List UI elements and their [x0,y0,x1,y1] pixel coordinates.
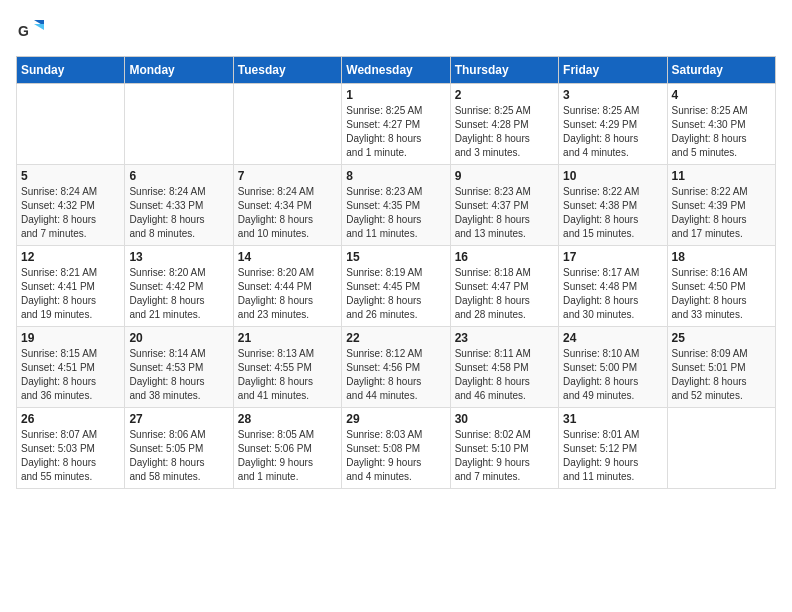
weekday-header: Tuesday [233,57,341,84]
calendar-cell: 7Sunrise: 8:24 AM Sunset: 4:34 PM Daylig… [233,165,341,246]
header: G [16,16,776,44]
calendar-week-row: 26Sunrise: 8:07 AM Sunset: 5:03 PM Dayli… [17,408,776,489]
weekday-header: Sunday [17,57,125,84]
day-info: Sunrise: 8:03 AM Sunset: 5:08 PM Dayligh… [346,428,445,484]
day-info: Sunrise: 8:17 AM Sunset: 4:48 PM Dayligh… [563,266,662,322]
calendar-cell: 27Sunrise: 8:06 AM Sunset: 5:05 PM Dayli… [125,408,233,489]
day-info: Sunrise: 8:23 AM Sunset: 4:35 PM Dayligh… [346,185,445,241]
calendar-cell [17,84,125,165]
calendar-cell: 17Sunrise: 8:17 AM Sunset: 4:48 PM Dayli… [559,246,667,327]
calendar-cell [125,84,233,165]
day-info: Sunrise: 8:19 AM Sunset: 4:45 PM Dayligh… [346,266,445,322]
calendar-cell: 19Sunrise: 8:15 AM Sunset: 4:51 PM Dayli… [17,327,125,408]
calendar-week-row: 5Sunrise: 8:24 AM Sunset: 4:32 PM Daylig… [17,165,776,246]
day-info: Sunrise: 8:25 AM Sunset: 4:27 PM Dayligh… [346,104,445,160]
day-number: 18 [672,250,771,264]
day-number: 17 [563,250,662,264]
day-info: Sunrise: 8:22 AM Sunset: 4:39 PM Dayligh… [672,185,771,241]
calendar-cell [667,408,775,489]
day-number: 15 [346,250,445,264]
day-number: 25 [672,331,771,345]
day-info: Sunrise: 8:16 AM Sunset: 4:50 PM Dayligh… [672,266,771,322]
calendar-cell: 15Sunrise: 8:19 AM Sunset: 4:45 PM Dayli… [342,246,450,327]
calendar-cell: 21Sunrise: 8:13 AM Sunset: 4:55 PM Dayli… [233,327,341,408]
day-info: Sunrise: 8:23 AM Sunset: 4:37 PM Dayligh… [455,185,554,241]
day-number: 20 [129,331,228,345]
day-info: Sunrise: 8:09 AM Sunset: 5:01 PM Dayligh… [672,347,771,403]
weekday-header: Friday [559,57,667,84]
calendar-cell: 26Sunrise: 8:07 AM Sunset: 5:03 PM Dayli… [17,408,125,489]
day-number: 10 [563,169,662,183]
calendar-cell: 14Sunrise: 8:20 AM Sunset: 4:44 PM Dayli… [233,246,341,327]
calendar-cell: 18Sunrise: 8:16 AM Sunset: 4:50 PM Dayli… [667,246,775,327]
day-number: 24 [563,331,662,345]
day-number: 11 [672,169,771,183]
calendar-cell: 3Sunrise: 8:25 AM Sunset: 4:29 PM Daylig… [559,84,667,165]
calendar-cell: 23Sunrise: 8:11 AM Sunset: 4:58 PM Dayli… [450,327,558,408]
calendar-cell: 5Sunrise: 8:24 AM Sunset: 4:32 PM Daylig… [17,165,125,246]
calendar-cell: 9Sunrise: 8:23 AM Sunset: 4:37 PM Daylig… [450,165,558,246]
day-info: Sunrise: 8:24 AM Sunset: 4:33 PM Dayligh… [129,185,228,241]
svg-marker-2 [34,24,44,30]
day-info: Sunrise: 8:25 AM Sunset: 4:30 PM Dayligh… [672,104,771,160]
day-number: 21 [238,331,337,345]
weekday-header: Wednesday [342,57,450,84]
logo: G [16,16,48,44]
calendar-cell: 2Sunrise: 8:25 AM Sunset: 4:28 PM Daylig… [450,84,558,165]
day-info: Sunrise: 8:20 AM Sunset: 4:44 PM Dayligh… [238,266,337,322]
day-number: 28 [238,412,337,426]
svg-text:G: G [18,23,29,39]
calendar: SundayMondayTuesdayWednesdayThursdayFrid… [16,56,776,489]
day-number: 3 [563,88,662,102]
day-number: 26 [21,412,120,426]
calendar-cell: 4Sunrise: 8:25 AM Sunset: 4:30 PM Daylig… [667,84,775,165]
calendar-header: SundayMondayTuesdayWednesdayThursdayFrid… [17,57,776,84]
calendar-cell: 28Sunrise: 8:05 AM Sunset: 5:06 PM Dayli… [233,408,341,489]
day-number: 14 [238,250,337,264]
calendar-cell: 31Sunrise: 8:01 AM Sunset: 5:12 PM Dayli… [559,408,667,489]
calendar-cell: 8Sunrise: 8:23 AM Sunset: 4:35 PM Daylig… [342,165,450,246]
day-info: Sunrise: 8:11 AM Sunset: 4:58 PM Dayligh… [455,347,554,403]
calendar-cell: 20Sunrise: 8:14 AM Sunset: 4:53 PM Dayli… [125,327,233,408]
calendar-cell: 12Sunrise: 8:21 AM Sunset: 4:41 PM Dayli… [17,246,125,327]
day-number: 1 [346,88,445,102]
day-number: 16 [455,250,554,264]
calendar-cell: 29Sunrise: 8:03 AM Sunset: 5:08 PM Dayli… [342,408,450,489]
calendar-week-row: 19Sunrise: 8:15 AM Sunset: 4:51 PM Dayli… [17,327,776,408]
day-number: 31 [563,412,662,426]
day-number: 9 [455,169,554,183]
day-number: 5 [21,169,120,183]
day-number: 29 [346,412,445,426]
day-info: Sunrise: 8:24 AM Sunset: 4:32 PM Dayligh… [21,185,120,241]
day-number: 23 [455,331,554,345]
day-info: Sunrise: 8:10 AM Sunset: 5:00 PM Dayligh… [563,347,662,403]
day-info: Sunrise: 8:18 AM Sunset: 4:47 PM Dayligh… [455,266,554,322]
calendar-cell [233,84,341,165]
calendar-cell: 6Sunrise: 8:24 AM Sunset: 4:33 PM Daylig… [125,165,233,246]
day-number: 12 [21,250,120,264]
day-number: 22 [346,331,445,345]
day-info: Sunrise: 8:25 AM Sunset: 4:29 PM Dayligh… [563,104,662,160]
day-info: Sunrise: 8:14 AM Sunset: 4:53 PM Dayligh… [129,347,228,403]
day-number: 6 [129,169,228,183]
day-info: Sunrise: 8:21 AM Sunset: 4:41 PM Dayligh… [21,266,120,322]
day-info: Sunrise: 8:24 AM Sunset: 4:34 PM Dayligh… [238,185,337,241]
calendar-cell: 16Sunrise: 8:18 AM Sunset: 4:47 PM Dayli… [450,246,558,327]
day-info: Sunrise: 8:13 AM Sunset: 4:55 PM Dayligh… [238,347,337,403]
day-number: 19 [21,331,120,345]
day-info: Sunrise: 8:01 AM Sunset: 5:12 PM Dayligh… [563,428,662,484]
calendar-cell: 13Sunrise: 8:20 AM Sunset: 4:42 PM Dayli… [125,246,233,327]
day-number: 7 [238,169,337,183]
day-info: Sunrise: 8:12 AM Sunset: 4:56 PM Dayligh… [346,347,445,403]
calendar-cell: 30Sunrise: 8:02 AM Sunset: 5:10 PM Dayli… [450,408,558,489]
calendar-cell: 10Sunrise: 8:22 AM Sunset: 4:38 PM Dayli… [559,165,667,246]
calendar-cell: 25Sunrise: 8:09 AM Sunset: 5:01 PM Dayli… [667,327,775,408]
weekday-header: Saturday [667,57,775,84]
day-number: 8 [346,169,445,183]
day-number: 30 [455,412,554,426]
day-number: 4 [672,88,771,102]
day-info: Sunrise: 8:25 AM Sunset: 4:28 PM Dayligh… [455,104,554,160]
day-number: 2 [455,88,554,102]
day-info: Sunrise: 8:07 AM Sunset: 5:03 PM Dayligh… [21,428,120,484]
weekday-header: Monday [125,57,233,84]
